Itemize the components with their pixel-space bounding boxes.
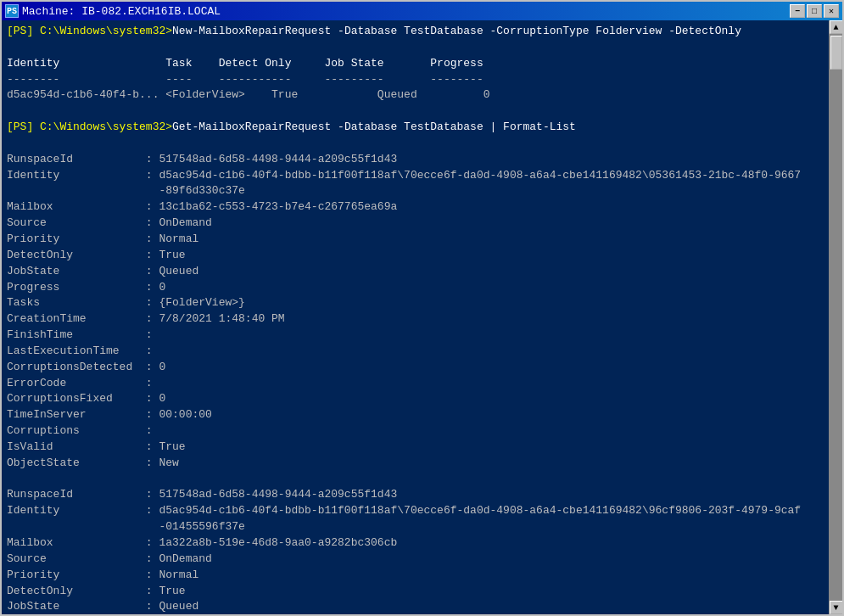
console-content[interactable]: [PS] C:\Windows\system32>New-MailboxRepa… <box>2 20 829 614</box>
scroll-track[interactable] <box>830 34 842 601</box>
scrollbar[interactable]: ▲ ▼ <box>829 20 842 614</box>
minimize-button[interactable]: − <box>790 4 805 18</box>
main-window: PS Machine: IB-082.EXCH16IB.LOCAL − □ ✕ … <box>0 0 844 616</box>
title-bar: PS Machine: IB-082.EXCH16IB.LOCAL − □ ✕ <box>2 2 842 20</box>
scroll-up-button[interactable]: ▲ <box>830 20 843 34</box>
title-bar-buttons: − □ ✕ <box>790 4 839 18</box>
window-icon: PS <box>5 4 19 18</box>
title-bar-left: PS Machine: IB-082.EXCH16IB.LOCAL <box>5 4 221 18</box>
close-button[interactable]: ✕ <box>824 4 839 18</box>
maximize-button[interactable]: □ <box>807 4 822 18</box>
window-title: Machine: IB-082.EXCH16IB.LOCAL <box>22 5 221 18</box>
scroll-thumb[interactable] <box>830 36 842 70</box>
scroll-down-button[interactable]: ▼ <box>830 601 843 614</box>
console-area: [PS] C:\Windows\system32>New-MailboxRepa… <box>2 20 842 614</box>
